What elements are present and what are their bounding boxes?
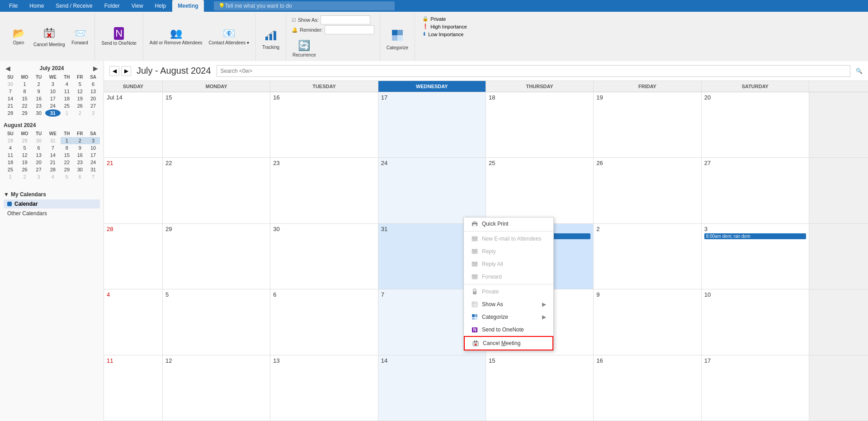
- cal-cell[interactable]: 28: [104, 224, 163, 289]
- mini-cal-day[interactable]: 9: [73, 144, 86, 151]
- mini-cal-day[interactable]: 3: [86, 137, 100, 144]
- cal-cell[interactable]: 16: [270, 92, 378, 157]
- cancel-meeting-button[interactable]: Cancel Meeting: [31, 24, 67, 49]
- mini-cal-day[interactable]: 29: [17, 109, 32, 117]
- ctx-item-show-as[interactable]: Show As▶: [464, 298, 553, 311]
- send-to-onenote-button[interactable]: N Send to OneNote: [99, 25, 139, 48]
- mini-cal-day[interactable]: 26: [73, 102, 86, 109]
- forward-button[interactable]: 📨 Forward: [68, 26, 91, 47]
- mini-cal-day[interactable]: 2: [73, 109, 86, 117]
- mini-cal-day[interactable]: 30: [4, 80, 17, 88]
- cal-cell[interactable]: 27: [702, 158, 809, 223]
- mini-cal-day[interactable]: 1: [4, 173, 17, 180]
- cal-cell[interactable]: 10: [702, 289, 809, 355]
- mini-cal-day[interactable]: 7: [4, 88, 17, 95]
- mini-cal-day[interactable]: 4: [4, 144, 17, 151]
- mini-cal-day[interactable]: 3: [86, 109, 100, 117]
- ctx-item-quick-print[interactable]: Quick Print: [464, 218, 553, 230]
- mini-cal-day[interactable]: 29: [61, 166, 74, 173]
- mini-cal-day[interactable]: 18: [4, 159, 17, 166]
- mini-cal-day[interactable]: 27: [32, 166, 45, 173]
- mini-cal-day[interactable]: 31: [45, 137, 60, 144]
- mini-cal-day[interactable]: 2: [32, 80, 45, 88]
- cal-cell[interactable]: 19: [594, 92, 701, 157]
- cal-cell[interactable]: 21: [104, 158, 163, 223]
- cal-cell[interactable]: 26: [594, 158, 701, 223]
- calendar-item-calendar[interactable]: Calendar: [4, 199, 100, 208]
- mini-cal-day[interactable]: 8: [61, 144, 74, 151]
- recurrence-button[interactable]: 🔄 Recurrence: [290, 38, 319, 60]
- cal-cell[interactable]: 29: [163, 224, 270, 289]
- tab-folder[interactable]: Folder: [99, 0, 125, 12]
- mini-cal-day[interactable]: 5: [73, 80, 86, 88]
- mini-cal-day[interactable]: 30: [32, 109, 45, 117]
- mini-cal-day[interactable]: 7: [86, 173, 100, 180]
- mini-cal-day[interactable]: 17: [86, 151, 100, 159]
- mini-cal-day[interactable]: 31: [86, 166, 100, 173]
- mini-cal-day[interactable]: 3: [45, 80, 60, 88]
- tab-help[interactable]: Help: [150, 0, 172, 12]
- mini-cal-day[interactable]: 15: [17, 95, 32, 102]
- mini-cal-day[interactable]: 17: [45, 95, 60, 102]
- mini-cal-day[interactable]: 27: [86, 102, 100, 109]
- cal-cell[interactable]: 22: [163, 158, 270, 223]
- tab-view[interactable]: View: [126, 0, 149, 12]
- cal-cell[interactable]: 16: [594, 355, 701, 421]
- cal-search-icon[interactable]: 🔍: [856, 68, 863, 74]
- add-remove-attendees-button[interactable]: 👥 Add or Remove Attendees: [147, 26, 205, 47]
- cal-search-input[interactable]: [217, 65, 850, 77]
- july-next-button[interactable]: ▶: [91, 65, 100, 72]
- cal-event[interactable]: 8:00am dem; ran dom: [704, 233, 806, 239]
- mini-cal-day[interactable]: 19: [17, 159, 32, 166]
- cal-cell[interactable]: 17: [702, 355, 809, 421]
- mini-cal-day[interactable]: 7: [45, 144, 60, 151]
- mini-cal-day[interactable]: 10: [86, 144, 100, 151]
- mini-cal-day[interactable]: 22: [61, 159, 74, 166]
- cal-cell[interactable]: 15: [486, 355, 594, 421]
- mini-cal-day[interactable]: 31: [45, 109, 60, 117]
- mini-cal-day[interactable]: 12: [73, 88, 86, 95]
- mini-cal-day[interactable]: 24: [45, 102, 60, 109]
- categorize-button[interactable]: Categorize: [384, 27, 411, 52]
- ribbon-search-bar[interactable]: 💡: [214, 1, 395, 10]
- mini-cal-day[interactable]: 18: [61, 95, 74, 102]
- mini-cal-day[interactable]: 11: [61, 88, 74, 95]
- my-calendars-title[interactable]: ▼ My Calendars: [4, 189, 100, 199]
- mini-cal-day[interactable]: 2: [17, 173, 32, 180]
- cal-cell[interactable]: Jul 14: [104, 92, 163, 157]
- cal-cell[interactable]: 14: [378, 355, 486, 421]
- cal-cell[interactable]: 17: [378, 92, 486, 157]
- july-prev-button[interactable]: ◀: [4, 65, 12, 72]
- ctx-item-categorize[interactable]: Categorize▶: [464, 311, 553, 323]
- mini-cal-day[interactable]: 23: [32, 102, 45, 109]
- cal-cell[interactable]: 6: [270, 289, 378, 355]
- mini-cal-day[interactable]: 6: [73, 173, 86, 180]
- other-calendars-title[interactable]: Other Calendars: [4, 208, 100, 218]
- cal-cell[interactable]: 15: [163, 92, 270, 157]
- show-as-dropdown[interactable]: [321, 15, 370, 24]
- cal-cell[interactable]: 13: [270, 355, 378, 421]
- cal-cell[interactable]: 38:00am dem; ran dom: [702, 224, 809, 289]
- ctx-item-cancel-meeting[interactable]: Cancel Meeting: [464, 336, 553, 350]
- cal-cell[interactable]: 11: [104, 355, 163, 421]
- tab-home[interactable]: Home: [24, 0, 49, 12]
- mini-cal-day[interactable]: 19: [73, 95, 86, 102]
- cal-cell[interactable]: 24: [378, 158, 486, 223]
- mini-cal-day[interactable]: 16: [32, 95, 45, 102]
- mini-cal-day[interactable]: 1: [61, 109, 74, 117]
- high-importance-row[interactable]: ❗ High Importance: [420, 23, 469, 30]
- mini-cal-day[interactable]: 22: [17, 102, 32, 109]
- mini-cal-day[interactable]: 24: [86, 159, 100, 166]
- mini-cal-day[interactable]: 15: [61, 151, 74, 159]
- mini-cal-day[interactable]: 3: [32, 173, 45, 180]
- cal-cell[interactable]: 23: [270, 158, 378, 223]
- mini-cal-day[interactable]: 9: [32, 88, 45, 95]
- mini-cal-day[interactable]: 14: [45, 151, 60, 159]
- mini-cal-day[interactable]: 20: [86, 95, 100, 102]
- cal-cell[interactable]: 30: [270, 224, 378, 289]
- cal-cell[interactable]: 5: [163, 289, 270, 355]
- reminder-dropdown[interactable]: [325, 25, 374, 34]
- mini-cal-day[interactable]: 20: [32, 159, 45, 166]
- mini-cal-day[interactable]: 16: [73, 151, 86, 159]
- mini-cal-day[interactable]: 28: [45, 166, 60, 173]
